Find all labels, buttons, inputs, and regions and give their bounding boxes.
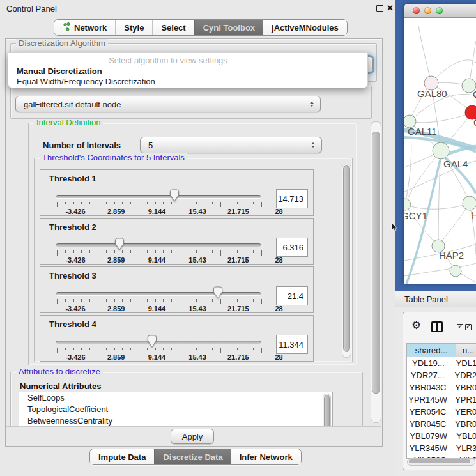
float-window-icon[interactable]: [376, 5, 383, 12]
numerical-attributes-label: Numerical Attributes: [20, 381, 101, 391]
network-edge-highlighted: [404, 160, 440, 284]
network-edge: [418, 26, 431, 83]
slider-thumb[interactable]: [213, 286, 223, 299]
tab-discretize-data[interactable]: Discretize Data: [154, 449, 231, 464]
attribute-list-item[interactable]: BetweennessCentrality: [19, 415, 332, 426]
table-data-selected-value: galFiltered.sif default node: [24, 100, 121, 109]
scrollbar-thumb[interactable]: [409, 459, 470, 463]
table-row[interactable]: YDL19...YDL1...: [407, 357, 476, 369]
column-header-shared-[interactable]: shared...: [407, 344, 456, 357]
tab-label: Impute Data: [98, 452, 146, 462]
numerical-attributes-list[interactable]: SelfLoopsTopologicalCoefficientBetweenne…: [19, 392, 333, 426]
zoom-traffic-light-icon[interactable]: [436, 7, 443, 14]
threshold-value-input[interactable]: 11.344: [276, 335, 308, 354]
slider-track: [56, 292, 261, 295]
attribute-list-item[interactable]: SelfLoops: [19, 392, 332, 404]
threshold-slider[interactable]: [56, 189, 261, 203]
algorithm-option-equal-width-frequency[interactable]: Equal Width/Frequency Discretization: [17, 77, 155, 87]
minimize-traffic-light-icon[interactable]: [424, 7, 431, 14]
number-of-intervals-value: 5: [148, 141, 153, 150]
slider-thumb[interactable]: [147, 335, 157, 348]
table-horizontal-scrollbar[interactable]: [407, 458, 475, 466]
table-row[interactable]: YPR145WYPR1...: [407, 394, 476, 406]
thresholds-scrollbar[interactable]: [342, 164, 351, 358]
tab-select[interactable]: Select: [152, 20, 194, 35]
screen: Control Panel ✕ NetworkStyleSelectCyni T…: [0, 0, 476, 476]
table-row[interactable]: YBR043CYBR0...: [407, 381, 476, 394]
threshold-value-input[interactable]: 14.713: [276, 189, 308, 208]
gear-icon[interactable]: ⚙: [411, 320, 421, 331]
attributes-to-discretize-group: Attributes to discretize Numerical Attri…: [10, 372, 363, 426]
cell-shared-name: YDL19...: [407, 358, 450, 368]
thresholds-coordinates-group: Threshold's Coordinates for 5 Intervals …: [34, 158, 353, 362]
slider-thumb[interactable]: [114, 238, 125, 250]
attribute-list-item[interactable]: TopologicalCoefficient: [19, 404, 332, 415]
apply-bar-divider: [6, 426, 381, 427]
network-node[interactable]: [463, 196, 476, 210]
attributes-list-scrollbar[interactable]: [323, 394, 331, 426]
apply-button[interactable]: Apply: [171, 429, 214, 444]
threshold-slider[interactable]: [56, 286, 261, 300]
slider-thumb[interactable]: [169, 189, 180, 202]
cell-shared-name: YBR045C: [407, 419, 449, 429]
threshold-label: Threshold 1: [49, 174, 96, 183]
attributes-group-label: Attributes to discretize: [16, 367, 103, 376]
network-node[interactable]: [450, 265, 461, 277]
node-label: GAL80: [417, 88, 447, 99]
threshold-box: Threshold 2-3.4262.8599.14415.4321.71528…: [40, 218, 314, 265]
mouse-cursor: [391, 222, 399, 233]
slider-tick-labels: -3.4262.8599.14415.4321.71528: [57, 353, 268, 361]
settings-scrollbar[interactable]: [371, 121, 381, 423]
tab-style[interactable]: Style: [115, 20, 152, 35]
threshold-value-input[interactable]: 6.316: [276, 238, 308, 257]
column-header-n-[interactable]: n...: [456, 344, 476, 357]
cell-shared-name: YPR145W: [407, 395, 449, 404]
threshold-slider[interactable]: [56, 238, 261, 252]
algorithm-placeholder-option[interactable]: Select algorithm to view settings: [66, 56, 270, 65]
tab-impute-data[interactable]: Impute Data: [90, 449, 154, 464]
node-label: HAP2: [439, 250, 464, 261]
node-label: G: [473, 89, 476, 100]
network-node[interactable]: [404, 199, 411, 210]
close-icon[interactable]: ✕: [387, 3, 394, 13]
network-graph-canvas[interactable]: GAL80GCGAL11GAL4GCY1HHAP2: [404, 17, 476, 284]
node-attribute-table[interactable]: shared...n... YDL19...YDL1...YDR27...YDR…: [406, 343, 476, 459]
cell-name: YER0...: [449, 407, 476, 417]
checkbox-icon[interactable]: ✓: [457, 324, 463, 330]
tab-network[interactable]: Network: [54, 20, 115, 35]
checkbox-icon[interactable]: ✓: [465, 324, 472, 330]
tab-cyni-toolbox[interactable]: Cyni Toolbox: [194, 20, 263, 35]
scrollbar-thumb[interactable]: [343, 165, 350, 352]
tab-infer-network[interactable]: Infer Network: [231, 449, 301, 464]
network-node[interactable]: [433, 142, 449, 159]
close-traffic-light-icon[interactable]: [413, 7, 420, 14]
number-of-intervals-select[interactable]: 5: [140, 137, 322, 153]
algorithm-option-manual-discretization[interactable]: Manual Discretization: [17, 66, 102, 77]
tab-jactivemnodules[interactable]: jActiveMNodules: [263, 20, 347, 35]
combo-stepper-icon: [311, 141, 316, 150]
threshold-box: Threshold 3-3.4262.8599.14415.4321.71528…: [40, 266, 314, 313]
table-row[interactable]: YDR27...YDR2...: [407, 369, 476, 381]
table-row[interactable]: YBR045CYBR0...: [407, 418, 476, 430]
table-row[interactable]: YBL079WYBL0...: [407, 430, 476, 442]
threshold-label: Threshold 4: [49, 319, 96, 329]
slider-tick-labels: -3.4262.8599.14415.4321.71528: [57, 208, 268, 215]
cell-shared-name: YBL079W: [407, 431, 450, 441]
cell-name: YBL0...: [450, 431, 476, 441]
tab-label: Select: [161, 23, 185, 33]
scrollbar-thumb[interactable]: [372, 132, 380, 394]
table-row[interactable]: YLR345WYLR3...: [407, 442, 476, 454]
network-window-titlebar[interactable]: [404, 4, 476, 18]
scrollbar-thumb[interactable]: [324, 395, 330, 426]
threshold-box: Threshold 4-3.4262.8599.14415.4321.71528…: [40, 315, 314, 362]
discretization-algorithm-group-label: Discretization Algorithm: [16, 39, 108, 48]
table-data-select[interactable]: galFiltered.sif default node: [15, 96, 321, 112]
table-row[interactable]: YER054CYER0...: [407, 406, 476, 418]
table-header-row: shared...n...: [407, 344, 476, 357]
column-header-label: shared...: [407, 346, 456, 355]
tab-label: Infer Network: [240, 452, 293, 462]
tab-label: Cyni Toolbox: [203, 23, 255, 33]
threshold-value-input[interactable]: 21.4: [276, 286, 308, 305]
split-columns-icon[interactable]: [431, 321, 443, 332]
threshold-slider[interactable]: [56, 335, 261, 349]
